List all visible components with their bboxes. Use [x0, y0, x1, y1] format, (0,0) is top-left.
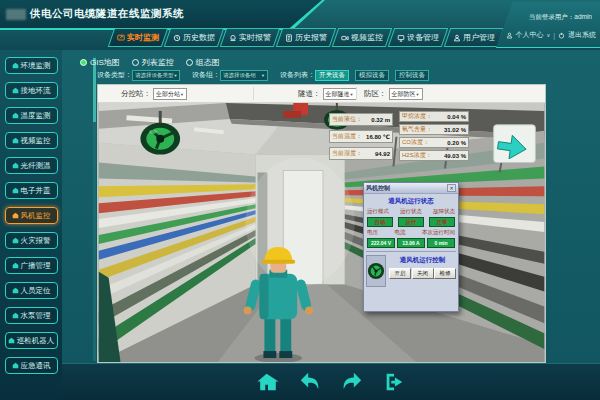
caret-down-icon: ▼ — [180, 92, 184, 97]
tunnel-3d-view[interactable]: 当前液位：0.32 m 当前温度：16.80 ℃ 当前湿度：94.92 甲烷浓度… — [98, 103, 545, 362]
forward-button[interactable] — [341, 371, 363, 393]
direction-arrow-sign — [494, 125, 536, 163]
house-icon — [12, 362, 19, 369]
house-icon — [8, 337, 15, 344]
fan-stop-button[interactable]: 关闭 — [412, 268, 434, 279]
sidebar-item-fiber-temp[interactable]: 光纤测温 — [5, 157, 58, 174]
camera-icon — [341, 34, 349, 42]
sidebar-item-fan-monitor[interactable]: 风机监控 — [5, 207, 58, 224]
zone-filter: 防区： 全部防区▼ — [364, 87, 423, 101]
app-window: 供电公司电缆隧道在线监测系统 实时监测 历史数据 实时报警 历史报警 视频监控 … — [0, 0, 600, 400]
zone-label: 防区： — [364, 89, 387, 99]
substation-filter: 分控站： 全部分站▼ — [121, 87, 187, 101]
sidebar-item-personnel-locate[interactable]: 人员定位 — [5, 282, 58, 299]
sidebar-item-manhole-cover[interactable]: 电子井盖 — [5, 182, 58, 199]
radio-list-monitor[interactable]: 列表监控 — [132, 57, 174, 68]
logout-link[interactable]: 退出系统 — [568, 30, 596, 40]
sidebar-item-fire-alarm[interactable]: 火灾报警 — [5, 232, 58, 249]
filter-divider — [356, 87, 357, 100]
back-arrow-icon — [299, 371, 321, 393]
content-panel: 分控站： 全部分站▼ 隧道： 全部隧道▼ 防区： 全部防区▼ — [97, 84, 546, 363]
substation-select[interactable]: 全部分站▼ — [153, 88, 187, 100]
sidebar-item-pump-manage[interactable]: 水泵管理 — [5, 307, 58, 324]
house-icon — [12, 237, 19, 244]
sidebar-item-broadcast[interactable]: 广播管理 — [5, 257, 58, 274]
fan-start-button[interactable]: 开启 — [389, 268, 411, 279]
radio-gis-map[interactable]: GIS地图 — [80, 57, 120, 68]
chevron-down-icon[interactable]: ∨ — [547, 32, 551, 38]
tab-realtime-alarm[interactable]: 实时报警 — [220, 28, 281, 47]
tab-device-manage[interactable]: 设备管理 — [388, 28, 449, 47]
caret-down-icon: ▼ — [350, 92, 354, 97]
device-type-select[interactable]: 请选择设备类型▼ — [132, 70, 180, 81]
house-icon — [12, 87, 19, 94]
tab-history-data[interactable]: 历史数据 — [164, 28, 225, 47]
analog-device-button[interactable]: 模拟设备 — [355, 70, 389, 81]
telemetry-right-column: 甲烷浓度：0.04 % 氧气含量：31.02 % CO浓度：0.20 % H2S… — [399, 111, 469, 161]
fan-service-button[interactable]: 检修 — [434, 268, 456, 279]
sidebar-scrollbar[interactable] — [93, 56, 96, 361]
device-list-label: 设备列表： — [280, 70, 315, 80]
tab-history-alarm[interactable]: 历史报警 — [276, 28, 337, 47]
status-badge-row: 自动 运行 正常 — [364, 217, 458, 227]
runtime-value: 0 min — [427, 238, 455, 248]
sidebar-item-video-monitor[interactable]: 视频监控 — [5, 132, 58, 149]
radio-dot — [186, 59, 193, 66]
exit-icon — [383, 371, 405, 393]
house-icon — [12, 112, 19, 119]
tunnel-select[interactable]: 全部隧道▼ — [323, 88, 357, 100]
divider: | — [553, 32, 555, 39]
header-bar: 供电公司电缆隧道在线监测系统 实时监测 历史数据 实时报警 历史报警 视频监控 … — [0, 0, 600, 50]
alarm-bell-icon — [229, 34, 237, 42]
dialog-divider — [366, 251, 456, 252]
substation-label: 分控站： — [121, 89, 151, 99]
device-group-select[interactable]: 请选择设备组▼ — [220, 70, 268, 81]
device-icon — [397, 34, 405, 42]
humidity-readout: 当前湿度：94.92 — [329, 147, 393, 160]
sidebar-item-emergency-comm[interactable]: 应急通讯 — [5, 357, 58, 374]
close-icon[interactable]: ✕ — [447, 184, 456, 192]
house-icon — [12, 312, 19, 319]
run-status-badge: 运行 — [398, 217, 424, 227]
exit-button[interactable] — [383, 371, 405, 393]
tab-user-manage[interactable]: 用户管理 — [444, 28, 505, 47]
status-label-row: 运行模式 运行状态 故障状态 — [364, 208, 458, 215]
radio-dot — [132, 59, 139, 66]
back-button[interactable] — [299, 371, 321, 393]
switch-device-button[interactable]: 开关设备 — [315, 70, 349, 81]
dialog-titlebar[interactable]: 风机控制 ✕ — [364, 183, 458, 194]
monitor-icon — [117, 34, 125, 42]
station-filter-row: 分控站： 全部分站▼ 隧道： 全部隧道▼ 防区： 全部防区▼ — [98, 85, 545, 103]
house-icon — [12, 287, 19, 294]
tab-video-monitor[interactable]: 视频监控 — [332, 28, 393, 47]
house-icon — [12, 187, 19, 194]
radio-scada-view[interactable]: 组态图 — [186, 57, 220, 68]
sidebar-item-temp-monitor[interactable]: 温度监测 — [5, 107, 58, 124]
app-title: 供电公司电缆隧道在线监测系统 — [30, 7, 184, 21]
main-nav-tabs: 实时监测 历史数据 实时报警 历史报警 视频监控 设备管理 用户管理 — [111, 28, 501, 47]
metric-label-row: 电压 电流 本次运行时间 — [364, 229, 458, 236]
caret-down-icon: ▼ — [261, 73, 265, 78]
oxygen-readout: 氧气含量：31.02 % — [399, 124, 469, 135]
house-icon — [12, 62, 19, 69]
sidebar-item-env-monitor[interactable]: 环境监测 — [5, 57, 58, 74]
fan-status-heading: 通风机运行状态 — [364, 197, 458, 206]
fan-image — [366, 255, 386, 287]
sidebar-item-inspection-robot[interactable]: 巡检机器人 — [5, 332, 58, 349]
control-device-button[interactable]: 控制设备 — [395, 70, 429, 81]
sidebar-item-ground-current[interactable]: 接地环流 — [5, 82, 58, 99]
profile-link[interactable]: 个人中心 — [516, 30, 544, 40]
radio-dot — [80, 59, 87, 66]
zone-select[interactable]: 全部防区▼ — [389, 88, 423, 100]
tab-realtime-monitor[interactable]: 实时监测 — [108, 28, 169, 47]
title-banner: 供电公司电缆隧道在线监测系统 — [0, 0, 322, 28]
dialog-title: 风机控制 — [366, 184, 390, 193]
home-button[interactable] — [257, 371, 279, 393]
current-value: 13.06 A — [397, 238, 425, 248]
user-icon — [453, 34, 461, 42]
user-panel: 当前登录用户：admin 个人中心 ∨ | 退出系统 — [496, 2, 600, 48]
level-readout: 当前液位：0.32 m — [329, 113, 393, 126]
fan-graphic — [367, 259, 385, 283]
device-group-label: 设备组： — [192, 70, 220, 80]
forward-arrow-icon — [341, 371, 363, 393]
